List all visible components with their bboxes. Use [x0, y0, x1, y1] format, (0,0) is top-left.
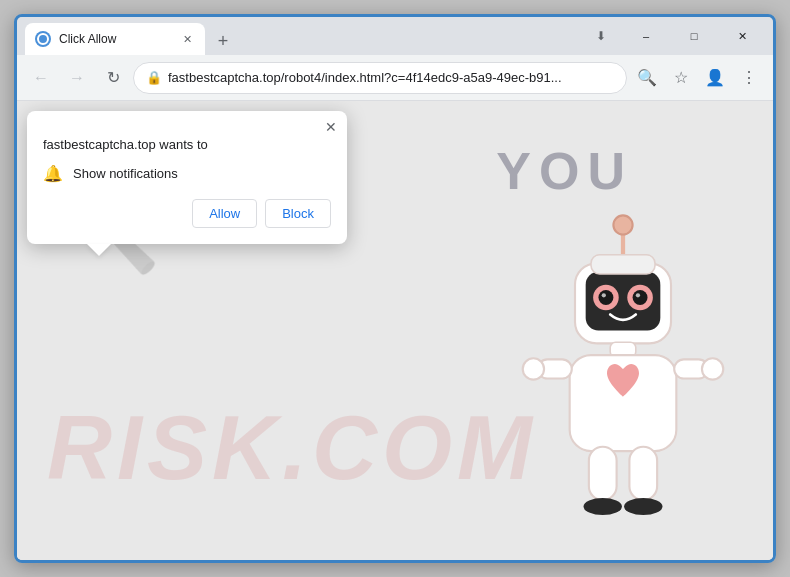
- download-icon[interactable]: ⬇: [587, 22, 615, 50]
- title-bar-controls: ⬇: [587, 22, 615, 50]
- svg-point-7: [633, 290, 648, 305]
- svg-rect-10: [591, 255, 655, 274]
- profile-icon[interactable]: 👤: [699, 62, 731, 94]
- svg-point-9: [636, 293, 640, 297]
- svg-rect-19: [629, 447, 657, 500]
- minimize-button[interactable]: –: [623, 20, 669, 52]
- browser-window: Click Allow ✕ + ⬇ – □ ✕ ← → ↻ 🔒 fastbest…: [14, 14, 776, 563]
- popup-buttons: Allow Block: [43, 199, 331, 228]
- page-content: 🔍 YOU RISK.COM: [17, 101, 773, 560]
- tab-title: Click Allow: [59, 32, 171, 46]
- svg-rect-17: [589, 447, 617, 500]
- toolbar-right-buttons: 🔍 ☆ 👤 ⋮: [631, 62, 765, 94]
- you-text: YOU: [496, 141, 633, 201]
- svg-point-14: [523, 358, 544, 379]
- bell-icon: 🔔: [43, 164, 63, 183]
- forward-button[interactable]: →: [61, 62, 93, 94]
- bookmark-icon[interactable]: ☆: [665, 62, 697, 94]
- svg-point-8: [602, 293, 606, 297]
- search-icon[interactable]: 🔍: [631, 62, 663, 94]
- popup-body: fastbestcaptcha.top wants to 🔔 Show noti…: [27, 137, 347, 244]
- watermark-risk: RISK.COM: [47, 397, 537, 500]
- svg-point-6: [598, 290, 613, 305]
- refresh-button[interactable]: ↻: [97, 62, 129, 94]
- allow-button[interactable]: Allow: [192, 199, 257, 228]
- maximize-button[interactable]: □: [671, 20, 717, 52]
- svg-point-20: [624, 498, 662, 515]
- window-controls: – □ ✕: [623, 20, 765, 52]
- svg-point-18: [584, 498, 622, 515]
- title-bar: Click Allow ✕ + ⬇ – □ ✕: [17, 17, 773, 55]
- tab-area: Click Allow ✕ +: [25, 17, 587, 55]
- menu-icon[interactable]: ⋮: [733, 62, 765, 94]
- url-text: fastbestcaptcha.top/robot4/index.html?c=…: [168, 70, 614, 85]
- toolbar: ← → ↻ 🔒 fastbestcaptcha.top/robot4/index…: [17, 55, 773, 101]
- back-button[interactable]: ←: [25, 62, 57, 94]
- lock-icon: 🔒: [146, 70, 162, 85]
- permission-label: Show notifications: [73, 166, 178, 181]
- new-tab-button[interactable]: +: [209, 27, 237, 55]
- active-tab[interactable]: Click Allow ✕: [25, 23, 205, 55]
- close-button[interactable]: ✕: [719, 20, 765, 52]
- block-button[interactable]: Block: [265, 199, 331, 228]
- svg-point-1: [613, 215, 632, 234]
- popup-title: fastbestcaptcha.top wants to: [43, 137, 331, 152]
- tab-close-button[interactable]: ✕: [179, 31, 195, 47]
- popup-close-row: ✕: [27, 111, 347, 137]
- svg-point-16: [702, 358, 723, 379]
- address-bar[interactable]: 🔒 fastbestcaptcha.top/robot4/index.html?…: [133, 62, 627, 94]
- tab-favicon: [35, 31, 51, 47]
- popup-close-button[interactable]: ✕: [321, 117, 341, 137]
- page-background: 🔍 YOU RISK.COM: [17, 101, 773, 560]
- notification-popup: ✕ fastbestcaptcha.top wants to 🔔 Show no…: [27, 111, 347, 244]
- popup-permission-row: 🔔 Show notifications: [43, 164, 331, 183]
- robot-illustration: [513, 210, 733, 530]
